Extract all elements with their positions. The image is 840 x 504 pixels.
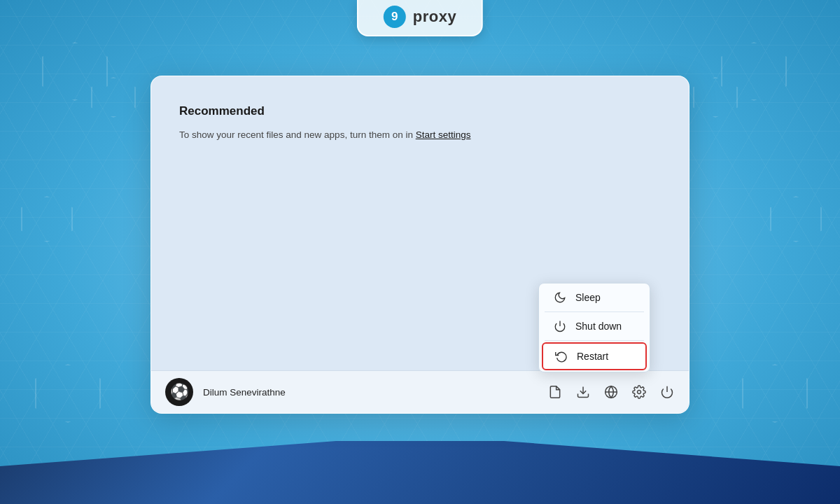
recommended-description: To show your recent files and new apps, …	[179, 128, 661, 142]
restart-menu-item[interactable]: Restart	[542, 342, 647, 370]
hex-deco-8	[770, 196, 819, 239]
globe-icon[interactable]	[603, 384, 619, 400]
settings-icon[interactable]	[631, 384, 647, 400]
shutdown-menu-item[interactable]: Shut down	[539, 312, 650, 340]
power-icon[interactable]	[659, 384, 675, 400]
power-menu: Sleep Shut down Restart	[538, 283, 650, 372]
hex-deco-6	[742, 364, 805, 420]
proxy-brand-text: proxy	[413, 8, 456, 26]
start-settings-link[interactable]: Start settings	[416, 130, 471, 140]
document-icon[interactable]	[547, 384, 563, 400]
shutdown-label: Shut down	[575, 321, 622, 332]
hex-deco-4	[693, 77, 735, 115]
restart-label: Restart	[577, 351, 608, 362]
proxy-logo	[384, 6, 406, 28]
top-header: proxy	[357, 0, 483, 36]
taskbar-icons	[547, 384, 675, 400]
main-window: Recommended To show your recent files an…	[150, 76, 690, 414]
user-name: Dilum Senevirathne	[203, 387, 547, 398]
user-avatar: ⚽	[165, 378, 193, 406]
hex-deco-2	[91, 77, 133, 115]
restart-icon	[554, 349, 568, 363]
sleep-label: Sleep	[575, 292, 601, 303]
recommended-title: Recommended	[179, 104, 661, 118]
user-avatar-icon: ⚽	[170, 383, 189, 401]
hex-deco-7	[21, 196, 70, 239]
sleep-icon	[553, 290, 567, 304]
recommended-desc-text: To show your recent files and new apps, …	[179, 130, 416, 140]
menu-divider-2	[545, 340, 644, 341]
header-tab: proxy	[357, 0, 483, 36]
svg-point-3	[638, 391, 641, 394]
sleep-menu-item[interactable]: Sleep	[539, 284, 650, 312]
shutdown-icon	[553, 319, 567, 333]
hex-deco-5	[35, 364, 98, 420]
download-icon[interactable]	[575, 384, 591, 400]
window-taskbar: ⚽ Dilum Senevirathne	[151, 370, 689, 413]
